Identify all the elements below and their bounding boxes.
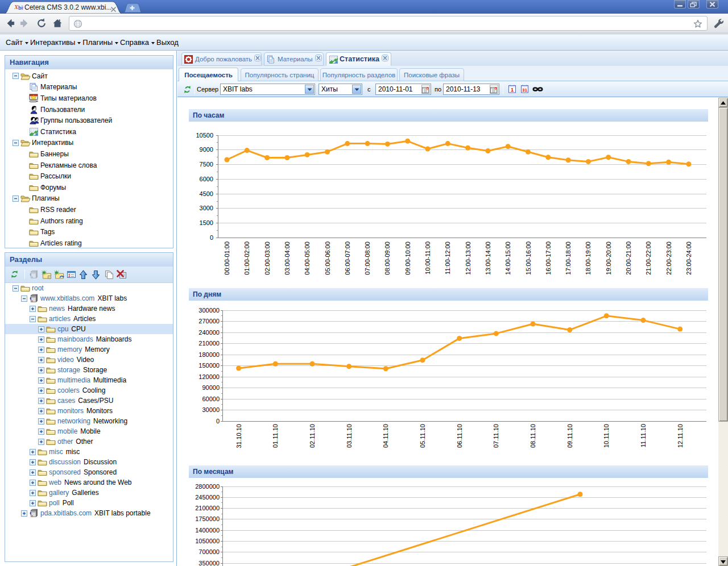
properties-button[interactable] (67, 270, 76, 280)
nav-tree-item--[interactable]: Форумы (5, 182, 173, 193)
sec-tree-item-cpu[interactable]: cpuCPU (5, 324, 173, 334)
calendar-month-button[interactable]: 31 (521, 85, 528, 93)
tab-close-icon[interactable] (110, 5, 117, 11)
move-up-button[interactable] (79, 270, 89, 280)
copy-button[interactable] (104, 270, 114, 280)
sec-tree-item-news[interactable]: newsHardware news (5, 303, 173, 314)
sec-tree-item-sponsored[interactable]: sponsoredSponsored (5, 467, 173, 477)
sec-tree-item-multimedia[interactable]: multimediaMultimedia (5, 375, 173, 385)
nav-tree-item--[interactable]: Пользователи (5, 104, 173, 115)
nav-tree-item--[interactable]: Плагины (5, 193, 173, 205)
expander-plus-icon[interactable] (38, 408, 44, 414)
nav-tree-item-tags[interactable]: Tags (5, 226, 173, 238)
expander-minus-icon[interactable] (30, 316, 36, 322)
new-link-button[interactable] (54, 270, 64, 280)
expander-plus-icon[interactable] (38, 357, 44, 363)
calendar-picker-icon[interactable] (421, 85, 430, 94)
menu-item-3[interactable]: Плагины (82, 38, 118, 47)
expander-plus-icon[interactable] (30, 480, 36, 486)
subtab-1[interactable]: Посещаемость (179, 68, 238, 81)
expander-plus-icon[interactable] (30, 306, 36, 312)
nav-tree-item-rss-reader[interactable]: RSS reader (5, 204, 173, 215)
expander-plus-icon[interactable] (30, 459, 36, 465)
date-from-input[interactable]: 2010-11-01 (375, 84, 431, 95)
document-tab-3[interactable]: Статистика (326, 52, 391, 66)
subtab-4[interactable]: Поисковые фразы (399, 68, 464, 81)
home-button[interactable] (52, 18, 63, 29)
expander-plus-icon[interactable] (30, 500, 36, 506)
sec-tree-item-video[interactable]: videoVideo (5, 355, 173, 365)
server-select[interactable]: XBIT labs (220, 84, 315, 95)
nav-tree-item--[interactable]: Сайт (5, 70, 173, 82)
menu-item-2[interactable]: Интерактивы (30, 38, 81, 47)
sec-tree-item-mainboards[interactable]: mainboardsMainboards (5, 334, 173, 344)
refresh-button[interactable] (11, 270, 20, 280)
sec-tree-item-mobile[interactable]: mobileMobile (5, 426, 173, 436)
sec-tree-item-root[interactable]: root (5, 283, 173, 293)
nav-tree-item-authors-rating[interactable]: Authors rating (5, 215, 173, 227)
address-bar[interactable] (69, 16, 708, 31)
expander-plus-icon[interactable] (38, 336, 44, 343)
scroll-down-button[interactable] (718, 556, 728, 566)
nav-tree-item--[interactable]: Материалы (5, 82, 173, 93)
nav-tree-item--[interactable]: Рекламные слова (5, 160, 173, 171)
sec-tree-item-memory[interactable]: memoryMemory (5, 344, 173, 355)
sec-tree-item-coolers[interactable]: coolersCooling (5, 385, 173, 396)
wrench-menu-button[interactable] (713, 18, 725, 29)
menu-item-5[interactable]: Выход (156, 38, 179, 47)
metric-select[interactable]: Хиты (318, 84, 362, 95)
vertical-scrollbar[interactable] (718, 98, 728, 566)
document-tab-1[interactable]: Добро пожаловать (181, 52, 262, 66)
nav-tree-item-articles-rating[interactable]: Articles rating (5, 238, 173, 248)
bookmark-star-icon[interactable] (693, 19, 702, 28)
tab-close-badge-icon[interactable] (254, 55, 261, 61)
sec-tree-item-gallery[interactable]: galleryGalleries (5, 488, 173, 498)
tab-close-badge-icon[interactable] (315, 55, 322, 61)
expander-plus-icon[interactable] (21, 510, 27, 517)
window-maximize-button[interactable] (688, 0, 700, 9)
expander-plus-icon[interactable] (38, 418, 44, 424)
expander-plus-icon[interactable] (38, 367, 44, 373)
menu-item-4[interactable]: Справка (120, 38, 155, 47)
delete-button[interactable] (117, 270, 126, 280)
sec-tree-item-cases[interactable]: casesCases/PSU (5, 396, 173, 406)
expander-minus-icon[interactable] (21, 296, 27, 302)
infinity-button[interactable] (532, 86, 543, 93)
menu-item-1[interactable]: Сайт (6, 38, 28, 47)
new-tab-button[interactable] (123, 3, 140, 13)
sec-tree-item-storage[interactable]: storageStorage (5, 365, 173, 375)
reload-button[interactable] (36, 18, 47, 29)
document-tab-2[interactable]: Материалы (264, 52, 324, 66)
sec-tree-item-monitors[interactable]: monitorsMonitors (5, 406, 173, 416)
expander-plus-icon[interactable] (38, 377, 44, 384)
nav-tree-item--[interactable]: Статистика (5, 126, 173, 138)
nav-tree-item--[interactable]: Баннеры (5, 148, 173, 160)
expander-plus-icon[interactable] (38, 398, 44, 404)
nav-tree-item--[interactable]: Типы материалов (5, 93, 173, 104)
calendar-day-button[interactable]: 1 (508, 85, 516, 93)
expander-plus-icon[interactable] (38, 388, 44, 394)
scrollbar-thumb[interactable] (718, 107, 728, 422)
expander-minus-icon[interactable] (13, 73, 19, 79)
date-to-input[interactable]: 2010-11-13 (443, 84, 499, 95)
sec-tree-item-articles[interactable]: articlesArticles (5, 314, 173, 324)
dropdown-arrow-icon[interactable] (305, 85, 314, 94)
expander-minus-icon[interactable] (13, 140, 19, 146)
nav-tree-item--[interactable]: Рассылки (5, 170, 173, 182)
nav-tree-item--[interactable]: Интерактивы (5, 138, 173, 149)
nav-tree-item--[interactable]: Группы пользователей (5, 115, 173, 126)
expander-minus-icon[interactable] (13, 285, 19, 292)
subtab-2[interactable]: Популярность страниц (241, 68, 318, 81)
expander-plus-icon[interactable] (30, 469, 36, 476)
window-minimize-button[interactable] (674, 0, 686, 9)
expander-plus-icon[interactable] (30, 490, 36, 496)
sec-tree-item-networking[interactable]: networkingNetworking (5, 416, 173, 426)
window-close-button[interactable] (706, 0, 718, 9)
expander-plus-icon[interactable] (38, 326, 44, 332)
scroll-up-button[interactable] (718, 98, 728, 107)
subtab-3[interactable]: Популярность разделов (320, 68, 398, 81)
sec-tree-item-other[interactable]: otherOther (5, 436, 173, 447)
sec-tree-item-pda.xbitlabs.com[interactable]: pda.xbitlabs.comXBIT labs portable (5, 508, 173, 518)
expander-plus-icon[interactable] (30, 449, 36, 455)
move-down-button[interactable] (92, 270, 101, 280)
